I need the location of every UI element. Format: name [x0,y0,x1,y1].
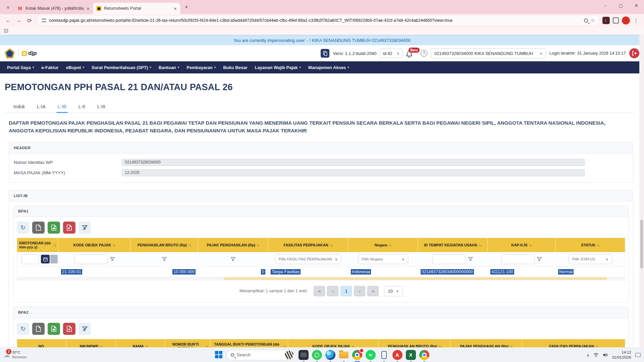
nav-buku-besar[interactable]: Buku Besar [220,65,250,70]
tab-close-icon[interactable] [87,6,90,11]
nav-layanan-wp[interactable]: Layanan Wajib Pajak [252,65,304,70]
search-highlight-image[interactable] [285,351,293,359]
sort-icon[interactable] [330,243,332,247]
browser-menu-icon[interactable] [631,16,641,25]
col-tanggal-pemotongan[interactable]: EMOTONGAN (dd-mm-yyy y) [17,238,58,252]
col-id-tempat-kegiatan-usaha[interactable]: ID TEMPAT KEGIATAN USAHA [418,238,488,252]
col-penghasilan-bruto[interactable]: PENGHASILAN BRUTO (Rp) [130,238,198,252]
col-negara[interactable]: Negara [348,238,418,252]
sort-icon[interactable] [479,243,481,247]
bpa1-data-row[interactable]: 21-100-01 10.000.000 0 Tanpa Fasilitas I… [17,267,625,277]
apps-grid-icon[interactable] [4,29,8,33]
col-status[interactable]: STATUS [555,238,625,252]
taskbar-app-icon[interactable] [299,350,309,360]
fasilitas-filter-select[interactable]: Pilih FASILITAS PERPAJAKAN [275,254,341,264]
notification-center-icon[interactable] [635,353,641,357]
file-explorer-icon[interactable] [339,350,349,360]
first-page-button[interactable]: « [314,286,325,296]
refresh-button[interactable] [17,222,29,234]
maximize-button[interactable] [613,0,629,11]
tab-induk[interactable]: Induk [9,101,30,113]
taskbar-search[interactable]: Search [226,350,295,360]
next-page-button[interactable]: › [354,286,365,296]
taskbar-clock[interactable]: 14:1231/01/2026 [612,350,631,360]
minimize-button[interactable] [598,0,613,11]
date-filter-input[interactable] [21,254,39,264]
sort-icon[interactable] [53,243,56,247]
nav-e-faktur[interactable]: e-Faktur [38,65,61,70]
nav-spt[interactable]: Surat Pemberitahuan (SPT) [89,65,154,70]
nav-pembayaran[interactable]: Pembayaran [183,65,219,70]
table-horizontal-scrollbar[interactable] [17,277,625,280]
copy-icon[interactable] [321,49,329,58]
sort-icon[interactable] [188,243,191,247]
field-masa-pajak[interactable]: 12-2025 [122,169,585,176]
export-csv-button[interactable] [32,222,45,234]
extensions-puzzle-icon[interactable] [613,17,619,23]
language-select[interactable]: id-ID [380,49,403,58]
site-settings-icon[interactable] [42,19,46,22]
status-filter-select[interactable]: Pilih STATUS [569,254,612,264]
chrome-icon[interactable] [352,350,362,360]
page-1-button[interactable]: 1 [340,286,352,296]
id-tempat-filter-input[interactable] [432,254,466,264]
kode-filter-input[interactable] [74,254,108,264]
sort-icon[interactable] [529,243,532,247]
nav-bantuan[interactable]: Bantuan [156,65,182,70]
col-kode-objek-pajak[interactable]: KODE OBJEK PAJAK [58,238,130,252]
close-button[interactable] [629,0,644,11]
calendar-icon[interactable] [41,255,50,263]
page-size-select[interactable]: 10 [384,286,402,296]
col-kap-kjs[interactable]: KAP-KJS [488,238,555,252]
sort-icon[interactable] [257,243,259,247]
export-excel-button[interactable] [48,222,60,234]
scrollbar-thumb[interactable] [640,220,643,268]
field-npwp[interactable]: 0214937328034000 [122,159,585,166]
edge-icon[interactable] [325,350,335,360]
hscroll-thumb[interactable] [224,277,607,280]
date-filter-button[interactable] [50,255,58,263]
chrome-secondary-icon[interactable] [419,350,429,360]
tray-chevron-icon[interactable] [587,352,590,358]
download-extension-icon[interactable] [602,17,610,24]
bookmark-star-icon[interactable] [591,17,595,23]
export-excel-button[interactable] [48,323,60,335]
funnel-icon[interactable] [230,256,236,262]
page-scrollbar[interactable] [639,35,644,349]
funnel-icon[interactable] [537,256,542,262]
funnel-icon[interactable] [468,256,473,262]
whatsapp-icon[interactable] [312,350,322,360]
kap-kjs-filter-input[interactable] [501,254,535,264]
help-icon[interactable]: ? [421,50,427,57]
search-lens-icon[interactable] [584,18,588,22]
sort-icon[interactable] [597,243,599,247]
new-tab-button[interactable] [182,3,191,11]
logout-button[interactable] [629,48,639,58]
tab-l-ib[interactable]: L-IB [53,101,71,113]
tab-l-ia[interactable]: L-IA [32,101,50,113]
col-pajak-penghasilan[interactable]: PAJAK PENGHASILAN (Rp) [198,238,268,252]
phone-link-icon[interactable] [379,350,389,360]
funnel-icon[interactable] [110,256,115,262]
nav-ebupot[interactable]: eBupot [63,65,87,70]
funnel-icon[interactable] [162,256,167,262]
browser-tab-returnsheets[interactable]: Returnsheets Portal [93,3,180,14]
red-app-icon[interactable] [392,350,402,360]
tab-l-iii[interactable]: L-III [93,101,110,113]
back-button[interactable]: ← [3,16,13,25]
start-button[interactable] [215,351,223,359]
export-csv-button[interactable] [32,323,45,335]
negara-filter-select[interactable]: Pilih Negara [358,254,408,264]
weather-widget[interactable]: ☁ 2 30°CBerawan [0,350,111,360]
sort-icon[interactable] [112,243,115,247]
excel-icon[interactable] [406,350,416,360]
browser-tab-gmail[interactable]: M Kotak Masuk (478) - yollafricilia [14,3,93,14]
nav-manajemen-akses[interactable]: Manajemen Akses [305,65,352,70]
url-text[interactable]: coretaxdjp.pajak.go.id/returnsheets-port… [49,18,581,23]
volume-icon[interactable] [603,353,608,357]
clear-filter-button[interactable] [78,222,91,234]
wifi-icon[interactable] [593,353,599,357]
prev-page-button[interactable]: ‹ [327,286,338,296]
spotify-icon[interactable] [366,350,376,360]
reload-button[interactable]: ⟳ [25,16,34,25]
